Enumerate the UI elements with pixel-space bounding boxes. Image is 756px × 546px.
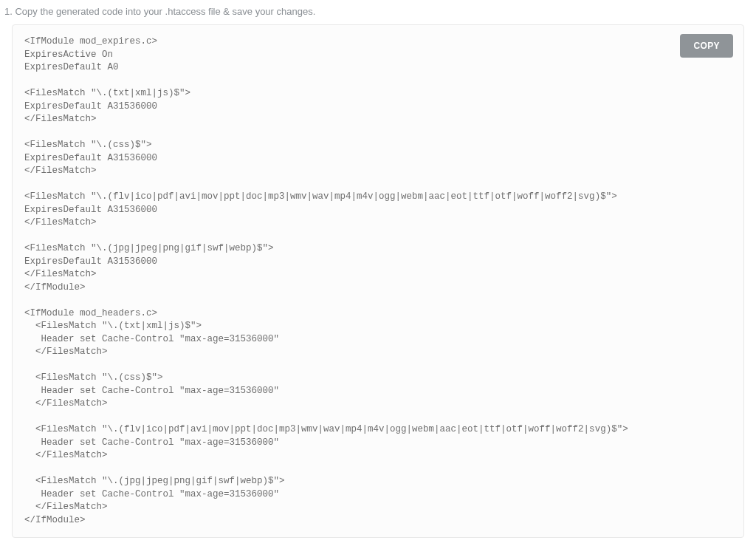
copy-button[interactable]: COPY <box>680 34 733 58</box>
step-1-instruction: 1. Copy the generated code into your .ht… <box>0 0 756 24</box>
generated-code-card: COPY <IfModule mod_expires.c> ExpiresAct… <box>12 24 744 538</box>
htaccess-code-block[interactable]: <IfModule mod_expires.c> ExpiresActive O… <box>24 35 732 527</box>
